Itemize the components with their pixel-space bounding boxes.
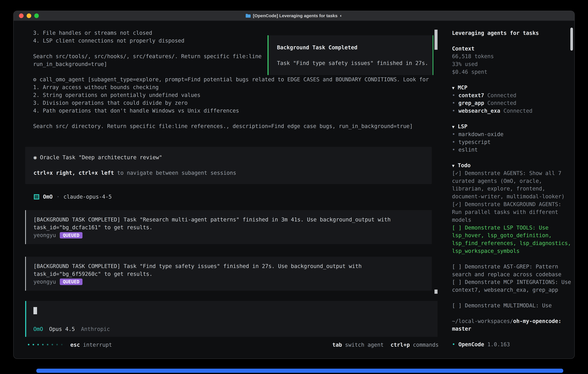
lsp-item: • eslint [452,146,571,154]
app-version-number: 1.0.163 [487,341,510,348]
session-sidebar: Leveraging agents for tasks Context 66,5… [446,21,575,359]
terminal-line: run_in_background=true] [33,60,262,68]
context-used: 33% used [452,60,571,68]
tab-key-hint: tab [332,341,342,349]
context-tokens: 66,518 tokens [452,52,571,60]
zoom-button[interactable] [34,13,39,18]
separator-dot: · [56,193,60,201]
spinner-dots-icon: •••••••• [27,341,65,349]
chevron-down-icon: ▼ [452,163,454,168]
terminal-line: Search src/tools/, src/hooks/, src/featu… [33,52,262,60]
window-title-text: [OpenCode] Leveraging agents for tasks [253,13,337,18]
terminal-line: 4. LSP client connections not properly d… [33,37,262,45]
subagent-nav-hint: ctrl+x right, ctrl+x left to navigate be… [33,169,432,177]
checkbox-empty-icon: [ ] [452,302,462,309]
mcp-item: • grep_app Connected [452,99,571,107]
scrollback-text: 3. File handles or streams not closed 4.… [33,29,262,68]
session-title: Leveraging agents for tasks [452,29,571,37]
sidebar-scrollbar-thumb[interactable] [570,28,573,51]
terminal-pane[interactable]: 3. File handles or streams not closed 4.… [14,21,446,359]
lsp-name: eslint [458,147,478,153]
todo-text: Demonstrate BACKGROUND AGENTS: Run paral… [452,201,561,223]
agent-call-item: 3. Division operations that could divide… [33,99,429,107]
context-spent: $0.46 spent [452,68,571,76]
titlebar[interactable]: [OpenCode] Leveraging agents for tasks ◐ [14,11,574,21]
checkbox-empty-icon: [ ] [452,225,462,231]
agent-call-intro: ⚙ call_omo_agent [subagent_type=explore,… [33,76,429,83]
agent-call-block: ⚙ call_omo_agent [subagent_type=explore,… [33,76,429,130]
todo-text: Demonstrate MCP INTEGRATIONS: Use contex… [452,279,571,293]
app-name: OpenCode [458,341,484,348]
todo-item: [ ] Demonstrate AST-GREP: Pattern search… [452,263,571,278]
agent-call-item: 2. String operations on potentially unde… [33,91,429,99]
todo-text: Demonstrate MULTIMODAL: Use [465,302,552,309]
agent-call-outro: Search src/ directory. Return specific f… [33,122,429,130]
background-window-edge [36,369,563,373]
scrollbar-thumb[interactable] [434,30,438,50]
bullet-icon: • [452,139,455,145]
toast-title: Background Task Completed [277,44,432,52]
scrollbar-marker[interactable] [434,290,438,294]
context-heading: Context [452,45,571,53]
mcp-status: Connected [487,92,516,98]
agent-call-item: 1. Array access without bounds checking [33,83,429,91]
message-line: task_id="bg_6f59260c" to get results. [33,270,432,278]
mcp-heading-text: MCP [458,84,467,91]
todo-item: [ ] Demonstrate MULTIMODAL: Use [452,302,571,310]
close-button[interactable] [19,13,24,18]
terminal-line: 3. File handles or streams not closed [33,29,262,37]
bullet-icon: • [452,341,455,348]
agent-call-item: 4. Path operations that don't handle Win… [33,107,429,115]
statusbar-right: tab switch agent ctrl+p commands [332,341,439,349]
background-task-toast: Background Task Completed Task "Find typ… [268,35,433,75]
input-model-name: Opus 4.5 [49,325,75,333]
chevron-down-icon: ▼ [452,85,454,90]
input-status-row: OmO Opus 4.5 Anthropic [33,325,110,333]
input-provider-name: Anthropic [81,325,110,333]
todo-item: [ ] Demonstrate LSP TOOLS: Use lsp_hover… [452,224,571,255]
agent-header: OmO · claude-opus-4-5 [34,193,112,201]
lsp-section-header[interactable]: ▼ LSP [452,123,571,130]
nav-hint-text: to navigate between subagent sessions [114,170,236,176]
mcp-name: websearch_exa [458,108,500,114]
agent-model: claude-opus-4-5 [63,193,112,201]
background-task-message: [BACKGROUND TASK COMPLETED] Task "Resear… [25,210,432,244]
nav-hint-keys: ctrl+x right, ctrl+x left [33,170,114,176]
message-user: yeongyu [33,231,56,239]
oracle-task-title: ◉ Oracle Task "Deep architecture review" [33,154,432,161]
input-agent-name: OmO [33,325,43,333]
agent-call-intro-text: call_omo_agent [subagent_type=explore, p… [40,76,429,83]
prompt-input[interactable]: OmO Opus 4.5 Anthropic [25,301,438,337]
message-user: yeongyu [33,278,56,286]
mcp-status: Connected [504,108,532,114]
bullet-icon: • [452,147,455,153]
bullet-icon: • [452,108,455,114]
agent-name: OmO [43,193,53,201]
esc-key-hint: esc [70,341,80,349]
todo-section-header[interactable]: ▼ Todo [452,162,571,169]
todo-text: Demonstrate AST-GREP: Pattern search and… [452,263,561,278]
lsp-item: • markdown-oxide [452,130,571,138]
todo-heading-text: Todo [458,162,471,168]
statusbar-left: •••••••• esc interrupt [27,341,112,349]
todo-text: Demonstrate LSP TOOLS: Use lsp_hover, ls… [452,225,571,254]
mcp-item: • context7 Connected [452,92,571,99]
agent-icon [34,194,39,199]
minimize-button[interactable] [27,13,31,18]
app-version: • OpenCode 1.0.163 [452,341,571,348]
checkbox-checked-icon: [✓] [452,201,462,208]
esc-key-label: interrupt [83,341,112,349]
mcp-item: • websearch_exa Connected [452,107,571,115]
queued-badge: QUEUED [60,279,83,285]
app-window: [OpenCode] Leveraging agents for tasks ◐… [13,11,575,359]
mcp-section-header[interactable]: ▼ MCP [452,84,571,92]
message-line: [BACKGROUND TASK COMPLETED] Task "Find t… [33,262,432,270]
window-title: [OpenCode] Leveraging agents for tasks ◐ [246,13,342,18]
commands-key-label: commands [413,341,439,349]
folder-icon [246,14,251,18]
gear-icon: ⚙ [33,76,36,83]
chevron-down-icon: ▼ [452,124,454,129]
tab-key-label: switch agent [345,341,384,349]
background-task-message: [BACKGROUND TASK COMPLETED] Task "Find t… [25,257,432,291]
workspace-repo: oh-my-opencode: [513,318,561,324]
